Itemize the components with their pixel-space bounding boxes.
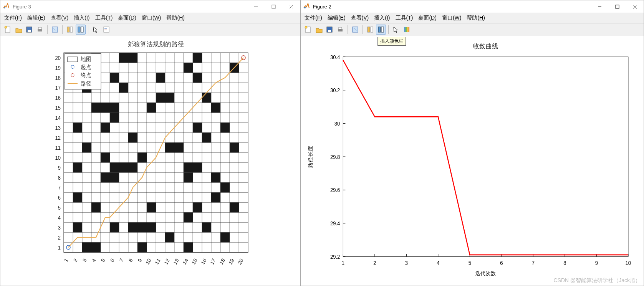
svg-rect-17 [104,27,109,32]
svg-text:30: 30 [334,121,340,127]
svg-rect-10 [38,27,41,29]
svg-text:2: 2 [58,235,61,241]
svg-rect-57 [128,132,137,142]
svg-text:18: 18 [55,75,61,81]
menu-item-2[interactable]: 查看(V) [351,15,369,21]
maximize-button[interactable] [265,0,282,13]
menu-item-6[interactable]: 窗口(W) [442,15,462,21]
svg-rect-25 [165,232,174,242]
toolbar [301,23,644,36]
menu-item-5[interactable]: 桌面(D) [118,15,136,21]
svg-rect-64 [91,102,101,112]
dock-icon[interactable] [65,25,75,35]
titlebar[interactable]: Figure 2 [301,0,644,13]
svg-text:路径: 路径 [81,80,92,87]
svg-rect-23 [137,242,147,252]
svg-rect-83 [128,53,137,63]
svg-rect-77 [193,73,202,83]
svg-text:3: 3 [58,225,61,231]
svg-text:4: 4 [437,260,440,266]
x-axis-label: 迭代次数 [475,270,496,276]
svg-rect-192 [409,27,409,32]
svg-rect-185 [368,27,370,32]
menu-item-1[interactable]: 编辑(E) [27,15,45,21]
new-figure-icon[interactable] [3,25,13,35]
svg-rect-82 [119,53,128,63]
svg-text:7: 7 [532,260,535,266]
save-icon[interactable] [324,25,334,35]
svg-rect-75 [110,73,119,83]
save-icon[interactable] [24,25,34,35]
plot-area-line[interactable]: 插入颜色栏 收敛曲线1234567891029.229.429.629.8303… [301,36,644,286]
print-icon[interactable] [35,25,45,35]
svg-text:14: 14 [55,115,61,121]
dock-icon[interactable] [365,25,375,35]
svg-text:8: 8 [58,175,61,181]
svg-text:起点: 起点 [81,64,92,70]
svg-rect-190 [406,27,407,32]
svg-rect-73 [119,83,128,93]
svg-text:15: 15 [191,258,199,266]
svg-rect-188 [381,27,384,32]
plot-area-grid[interactable]: 郊狼算法规划的路径1234567891011121314151617181920… [0,36,300,286]
open-icon[interactable] [13,25,23,35]
figure-window-3: Figure 3 文件(F)编辑(E)查看(V)插入(I)工具(T)桌面(D)窗… [0,0,300,286]
pointer-icon[interactable] [91,25,101,35]
svg-rect-8 [28,30,31,32]
svg-point-178 [305,26,307,28]
insert-colorbar-icon[interactable] [402,25,412,35]
titlebar[interactable]: Figure 3 [0,0,300,13]
svg-text:10: 10 [145,258,152,266]
menu-item-3[interactable]: 插入(I) [374,15,390,21]
new-figure-icon[interactable] [303,25,313,35]
tooltip-colorbar: 插入颜色栏 [377,37,406,46]
minimize-button[interactable] [247,0,265,13]
menu-item-2[interactable]: 查看(V) [51,15,69,21]
svg-rect-180 [328,30,331,32]
svg-text:2: 2 [72,258,78,263]
link-icon[interactable] [350,25,360,35]
insert-legend-icon[interactable] [101,25,111,35]
svg-text:8: 8 [127,258,134,263]
menu-item-0[interactable]: 文件(F) [4,15,22,21]
svg-rect-37 [230,202,239,212]
maximize-button[interactable] [608,0,626,13]
svg-rect-41 [101,172,110,182]
menu-item-7[interactable]: 帮助(H) [467,15,485,21]
menu-item-1[interactable]: 编辑(E) [328,15,346,21]
svg-text:6: 6 [58,195,61,201]
svg-text:10: 10 [55,155,61,161]
pointer-icon[interactable] [391,25,401,35]
figure-window-2: Figure 2 文件(F)编辑(E)查看(V)插入(I)工具(T)桌面(D)窗… [300,0,644,286]
print-icon[interactable] [335,25,345,35]
svg-text:2: 2 [373,260,376,266]
menu-item-6[interactable]: 窗口(W) [142,15,161,21]
svg-text:11: 11 [154,258,162,266]
svg-text:7: 7 [118,258,124,263]
svg-rect-36 [193,202,202,212]
svg-rect-58 [202,132,211,142]
tile-icon[interactable] [376,25,386,35]
svg-rect-32 [202,222,211,232]
svg-rect-31 [147,222,156,232]
open-icon[interactable] [314,25,324,35]
menu-item-4[interactable]: 工具(T) [95,15,113,21]
menu-item-0[interactable]: 文件(F) [305,15,322,21]
svg-rect-44 [211,172,220,182]
svg-rect-164 [68,57,78,62]
minimize-button[interactable] [591,0,608,13]
close-button[interactable] [282,0,300,13]
menu-item-7[interactable]: 帮助(H) [166,15,184,21]
menu-item-3[interactable]: 插入(I) [74,15,89,21]
svg-rect-53 [82,142,91,152]
toolbar [0,23,300,36]
svg-rect-26 [220,232,230,242]
menu-item-5[interactable]: 桌面(D) [418,15,436,21]
svg-rect-27 [73,222,82,232]
svg-text:17: 17 [55,85,61,91]
tile-icon[interactable] [76,25,86,35]
svg-rect-182 [339,27,342,29]
link-icon[interactable] [50,25,60,35]
menu-item-4[interactable]: 工具(T) [396,15,413,21]
close-button[interactable] [626,0,644,13]
